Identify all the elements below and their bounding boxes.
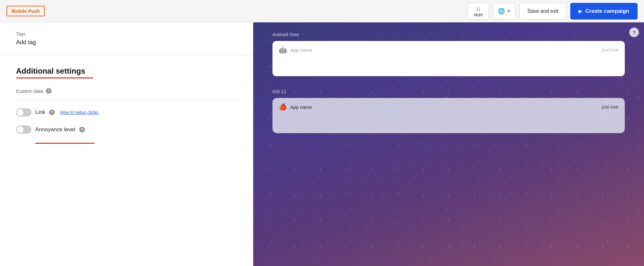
custom-data-row: Custom data ? — [16, 88, 237, 94]
android-app-info: 🤖 App name — [279, 46, 312, 54]
annoyance-help-icon[interactable]: ? — [79, 127, 85, 133]
language-button[interactable]: 🌐 ▼ — [493, 3, 515, 20]
create-campaign-button[interactable]: ▶ Create campaign — [570, 3, 638, 20]
test-button[interactable]: ⌂ TEST — [467, 3, 489, 20]
custom-data-label: Custom data — [16, 88, 43, 94]
chevron-down-icon: ▼ — [507, 9, 511, 13]
tags-label: Tags — [16, 31, 237, 36]
divider — [16, 100, 237, 101]
save-exit-button[interactable]: Save and exit — [519, 3, 566, 20]
android-app-name: App name — [290, 47, 312, 53]
ios-app-info: 🍎 App name — [279, 103, 312, 111]
android-card-header: 🤖 App name just now — [279, 46, 618, 54]
preview-content: Android Oreo 🤖 App name just now iOS 11 … — [253, 22, 644, 143]
play-icon: ▶ — [579, 9, 582, 14]
left-panel: Tags Add tag Additional settings Custom … — [0, 22, 253, 266]
custom-data-help-icon[interactable]: ? — [46, 88, 52, 94]
annoyance-label: Annoyance level — [35, 126, 75, 133]
link-toggle-slider — [16, 108, 31, 117]
title-underline — [16, 77, 93, 78]
main-layout: Tags Add tag Additional settings Custom … — [0, 22, 644, 266]
annoyance-toggle[interactable] — [16, 125, 31, 134]
annoyance-underline — [35, 143, 95, 144]
ios-time: just now — [602, 104, 618, 109]
android-icon: 🤖 — [279, 46, 287, 54]
right-panel: ? Android Oreo 🤖 App name just now iOS 1… — [253, 22, 644, 266]
android-time: just now — [602, 47, 618, 52]
link-label: Link — [35, 109, 45, 116]
additional-settings-section: Additional settings Custom data ? Link ?… — [0, 55, 253, 155]
link-toggle-row: Link ? How to setup clicks — [16, 108, 237, 117]
section-title: Additional settings — [16, 67, 237, 76]
add-tag-button[interactable]: Add tag — [16, 39, 237, 46]
tags-section: Tags Add tag — [0, 22, 253, 55]
house-icon: ⌂ — [476, 5, 480, 12]
android-label: Android Oreo — [272, 32, 625, 37]
annoyance-toggle-slider — [16, 125, 31, 134]
how-to-link[interactable]: How to setup clicks — [60, 110, 98, 115]
android-notification-card: 🤖 App name just now — [272, 41, 625, 76]
mobile-push-badge: Mobile Push — [6, 6, 45, 16]
ios-label: iOS 11 — [272, 89, 625, 94]
annoyance-row-inner: Annoyance level ? — [16, 125, 237, 134]
ios-card-header: 🍎 App name just now — [279, 103, 618, 111]
ios-notification-card: 🍎 App name just now — [272, 98, 625, 133]
ios-app-name: App name — [290, 104, 312, 110]
annoyance-toggle-row: Annoyance level ? — [16, 125, 237, 144]
header-actions: ⌂ TEST 🌐 ▼ Save and exit ▶ Create campai… — [467, 3, 638, 20]
link-help-icon[interactable]: ? — [49, 109, 55, 115]
apple-icon: 🍎 — [279, 103, 287, 111]
link-toggle[interactable] — [16, 108, 31, 117]
header: Mobile Push ⌂ TEST 🌐 ▼ Save and exit ▶ C… — [0, 0, 644, 22]
globe-icon: 🌐 — [498, 8, 505, 15]
